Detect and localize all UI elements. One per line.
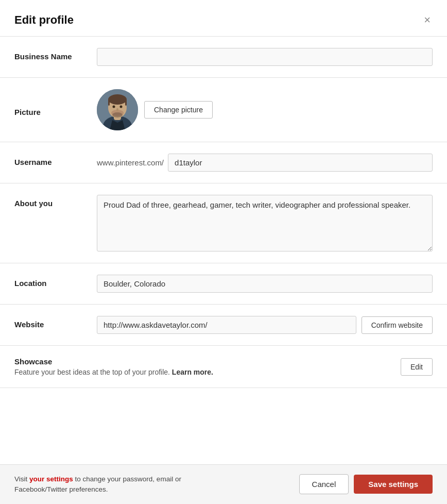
about-row: About you Proud Dad of three, gearhead, …: [0, 183, 447, 263]
showcase-learn-more-link[interactable]: Learn more.: [172, 368, 213, 376]
username-input[interactable]: [168, 154, 433, 172]
svg-point-6: [108, 94, 127, 105]
username-prefix: www.pinterest.com/: [97, 158, 164, 167]
location-content: [97, 275, 433, 293]
avatar: [97, 89, 138, 130]
svg-rect-8: [125, 99, 127, 106]
showcase-row: Showcase Feature your best ideas at the …: [0, 346, 447, 388]
change-picture-button[interactable]: Change picture: [144, 101, 213, 119]
svg-point-13: [116, 108, 118, 111]
edit-profile-modal: Edit profile × Business Name Picture: [0, 0, 447, 504]
website-label: Website: [14, 316, 97, 329]
website-row: Website Confirm website: [0, 305, 447, 346]
svg-point-10: [112, 112, 123, 117]
showcase-title: Showcase: [14, 357, 392, 366]
username-field-group: www.pinterest.com/: [97, 154, 433, 172]
picture-label: Picture: [14, 104, 97, 116]
settings-link[interactable]: your settings: [29, 475, 73, 483]
website-content: Confirm website: [97, 316, 433, 334]
close-button[interactable]: ×: [422, 12, 433, 28]
showcase-edit-button[interactable]: Edit: [401, 358, 433, 376]
avatar-image: [97, 89, 138, 130]
username-row: Username www.pinterest.com/: [0, 142, 447, 183]
cancel-button[interactable]: Cancel: [299, 474, 349, 494]
showcase-content: Showcase Feature your best ideas at the …: [14, 357, 433, 376]
location-input[interactable]: [97, 275, 433, 293]
about-content: Proud Dad of three, gearhead, gamer, tec…: [97, 195, 433, 251]
picture-content: Change picture: [97, 89, 433, 130]
footer-actions: Cancel Save settings: [299, 474, 433, 494]
business-name-content: [97, 48, 433, 66]
modal-header: Edit profile ×: [0, 0, 447, 37]
save-settings-button[interactable]: Save settings: [354, 475, 433, 494]
modal-footer: Visit your settings to change your passw…: [0, 464, 447, 505]
business-name-input[interactable]: [97, 48, 433, 66]
svg-point-11: [113, 106, 115, 108]
username-label: Username: [14, 154, 97, 166]
svg-point-12: [120, 106, 123, 108]
about-label: About you: [14, 195, 97, 208]
about-textarea[interactable]: Proud Dad of three, gearhead, gamer, tec…: [97, 195, 433, 251]
username-content: www.pinterest.com/: [97, 154, 433, 172]
showcase-description: Feature your best ideas at the top of yo…: [14, 368, 392, 376]
modal-title: Edit profile: [14, 13, 74, 27]
business-name-label: Business Name: [14, 48, 97, 61]
footer-text: Visit your settings to change your passw…: [14, 474, 220, 495]
location-label: Location: [14, 275, 97, 288]
footer-text-before: Visit: [14, 475, 29, 483]
showcase-text: Showcase Feature your best ideas at the …: [14, 357, 392, 376]
confirm-website-button[interactable]: Confirm website: [362, 316, 433, 334]
showcase-desc-text: Feature your best ideas at the top of yo…: [14, 368, 170, 376]
business-name-row: Business Name: [0, 37, 447, 78]
svg-rect-7: [108, 99, 110, 106]
location-row: Location: [0, 263, 447, 305]
website-input[interactable]: [97, 316, 356, 334]
picture-row: Picture: [0, 78, 447, 142]
